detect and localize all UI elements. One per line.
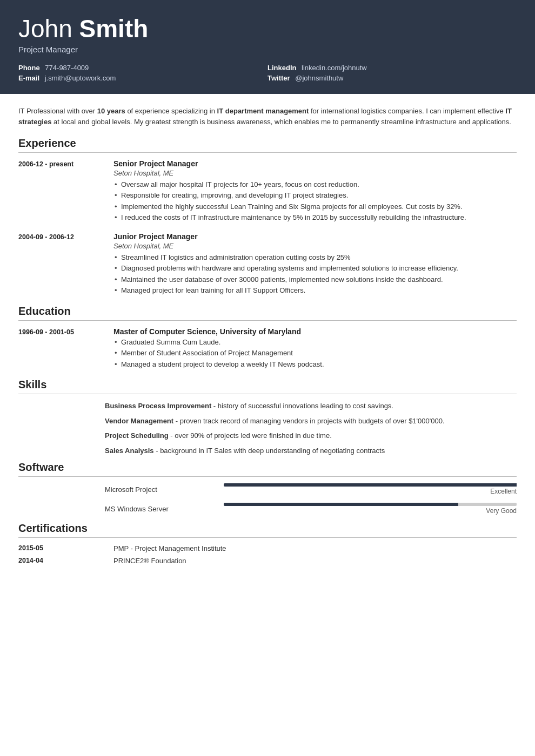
edu1-content: Master of Computer Science, University o… [113, 327, 517, 370]
certifications-title: Certifications [18, 522, 517, 538]
linkedin-value: linkedin.com/johnutw [302, 64, 367, 72]
edu1-degree: Master of Computer Science, University o… [113, 327, 517, 336]
list-item: Diagnosed problems with hardware and ope… [113, 263, 517, 274]
software-bar-bg-1 [224, 483, 517, 487]
cert2-name: PRINCE2® Foundation [113, 557, 517, 565]
full-name: John Smith [18, 15, 517, 43]
resume-header: John Smith Project Manager Phone 774-987… [0, 0, 535, 94]
twitter-label: Twitter [268, 74, 290, 82]
skill-item: Vendor Management - proven track record … [105, 416, 517, 427]
exp2-bullets: Streamlined IT logistics and administrat… [113, 252, 517, 296]
experience-section: Experience 2006-12 - present Senior Proj… [18, 137, 517, 296]
list-item: Implemented the highly successful Lean T… [113, 201, 517, 212]
skill-name: Vendor Management [105, 417, 173, 425]
exp2-date: 2004-09 - 2006-12 [18, 232, 105, 296]
edu1-bullets: Graduated Summa Cum Laude. Member of Stu… [113, 337, 517, 370]
software-bar-bg-2 [224, 503, 517, 506]
summary-section: IT Professional with over 10 years of ex… [18, 106, 517, 127]
software-bar-fill-2 [224, 503, 458, 506]
list-item: Member of Student Association of Project… [113, 348, 517, 359]
skill-name: Business Process Improvement [105, 402, 211, 410]
list-item: I reduced the costs of IT infrastructure… [113, 212, 517, 223]
software-section: Software Microsoft Project Excellent MS … [18, 461, 517, 515]
twitter-value: @johnsmithutw [295, 74, 343, 82]
exp2-content: Junior Project Manager Seton Hospital, M… [113, 232, 517, 296]
summary-years: 10 years [97, 107, 125, 115]
first-name: John [18, 15, 72, 43]
software-bar-container-1: Excellent [224, 483, 517, 495]
software-bar-fill-1 [224, 483, 517, 487]
software-name-2: MS Windows Server [105, 505, 213, 513]
cert1-date: 2015-05 [18, 544, 105, 552]
phone-value: 774-987-4009 [45, 64, 89, 72]
contact-linkedin: LinkedIn linkedin.com/johnutw [268, 64, 517, 72]
list-item: Maintained the user database of over 300… [113, 274, 517, 285]
skill-name: Project Scheduling [105, 431, 169, 440]
edu1-date: 1996-09 - 2001-05 [18, 327, 105, 370]
skill-item: Business Process Improvement - history o… [105, 401, 517, 411]
exp1-company: Seton Hospital, ME [113, 169, 517, 177]
experience-title: Experience [18, 137, 517, 153]
certifications-section: Certifications 2015-05 PMP - Project Man… [18, 522, 517, 565]
contact-twitter: Twitter @johnsmithutw [268, 74, 517, 82]
job-title: Project Manager [18, 45, 517, 54]
resume-main: IT Professional with over 10 years of ex… [0, 94, 535, 589]
phone-label: Phone [18, 64, 40, 72]
experience-entry-2: 2004-09 - 2006-12 Junior Project Manager… [18, 232, 517, 296]
software-list: Microsoft Project Excellent MS Windows S… [18, 483, 517, 515]
skills-section: Skills Business Process Improvement - hi… [18, 379, 517, 456]
cert2-date: 2014-04 [18, 557, 105, 565]
software-item-2: MS Windows Server Very Good [105, 503, 517, 515]
skill-item: Project Scheduling - over 90% of project… [105, 430, 517, 441]
cert-entry-2: 2014-04 PRINCE2® Foundation [18, 557, 517, 565]
experience-entry-1: 2006-12 - present Senior Project Manager… [18, 159, 517, 224]
exp2-company: Seton Hospital, ME [113, 242, 517, 250]
list-item: Oversaw all major hospital IT projects f… [113, 179, 517, 190]
contact-grid: Phone 774-987-4009 LinkedIn linkedin.com… [18, 64, 517, 82]
skills-list: Business Process Improvement - history o… [18, 401, 517, 456]
education-section: Education 1996-09 - 2001-05 Master of Co… [18, 305, 517, 370]
linkedin-label: LinkedIn [268, 64, 296, 72]
list-item: Graduated Summa Cum Laude. [113, 337, 517, 348]
software-bar-container-2: Very Good [224, 503, 517, 515]
exp1-content: Senior Project Manager Seton Hospital, M… [113, 159, 517, 224]
cert1-name: PMP - Project Management Institute [113, 544, 517, 552]
contact-phone: Phone 774-987-4009 [18, 64, 268, 72]
exp2-job-title: Junior Project Manager [113, 232, 517, 241]
exp1-date: 2006-12 - present [18, 159, 105, 224]
education-entry-1: 1996-09 - 2001-05 Master of Computer Sci… [18, 327, 517, 370]
summary-specialty: IT department management [217, 107, 309, 115]
exp1-job-title: Senior Project Manager [113, 159, 517, 168]
exp1-bullets: Oversaw all major hospital IT projects f… [113, 179, 517, 223]
skill-name: Sales Analysis [105, 447, 154, 455]
software-title: Software [18, 461, 517, 477]
software-item-1: Microsoft Project Excellent [105, 483, 517, 495]
skill-item: Sales Analysis - background in IT Sales … [105, 446, 517, 456]
software-level-1: Excellent [224, 488, 517, 495]
software-level-2: Very Good [224, 507, 517, 515]
software-name-1: Microsoft Project [105, 485, 213, 494]
email-value: j.smith@uptowork.com [45, 74, 116, 82]
list-item: Streamlined IT logistics and administrat… [113, 252, 517, 263]
education-title: Education [18, 305, 517, 321]
contact-email: E-mail j.smith@uptowork.com [18, 74, 268, 82]
list-item: Responsible for creating, improving, and… [113, 190, 517, 201]
list-item: Managed a student project to develop a w… [113, 359, 517, 370]
email-label: E-mail [18, 74, 39, 82]
cert-entry-1: 2015-05 PMP - Project Management Institu… [18, 544, 517, 552]
last-name: Smith [79, 15, 149, 43]
skills-title: Skills [18, 379, 517, 394]
list-item: Managed project for lean training for al… [113, 285, 517, 296]
